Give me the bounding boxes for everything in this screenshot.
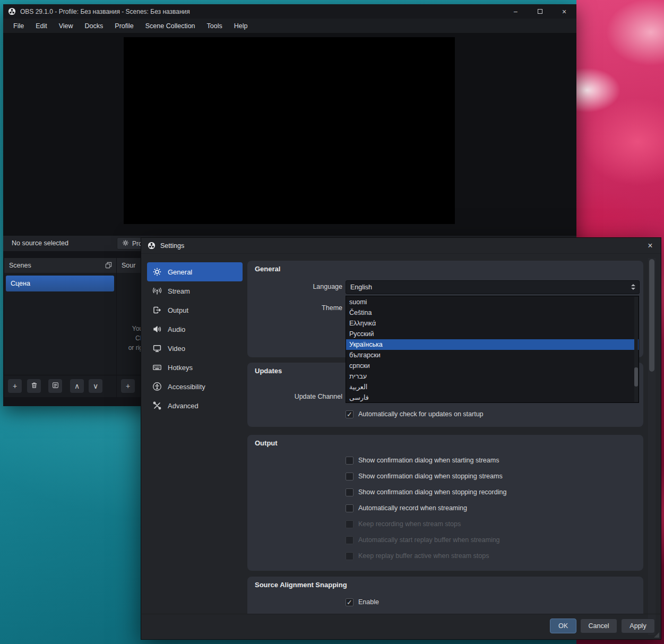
update-channel-label: Update Channel xyxy=(247,393,342,400)
language-option[interactable]: العربية xyxy=(346,382,639,392)
crossed-tools-icon xyxy=(152,401,162,410)
apply-button[interactable]: Apply xyxy=(621,619,655,633)
settings-close-button[interactable]: × xyxy=(643,239,657,252)
add-source-button[interactable]: + xyxy=(121,379,135,393)
sources-empty-line: Cli xyxy=(120,333,143,343)
confirm-stop-recording-row[interactable]: Show confirmation dialog when stopping r… xyxy=(346,487,506,497)
remove-scene-button[interactable] xyxy=(27,379,41,393)
auto-update-check-label: Automatically check for updates on start… xyxy=(358,410,484,418)
auto-record-row[interactable]: Automatically record when streaming xyxy=(346,503,467,513)
sidebar-item-label: Advanced xyxy=(168,402,199,410)
language-option[interactable]: српски xyxy=(346,360,639,371)
sidebar-item-video[interactable]: Video xyxy=(147,339,243,358)
settings-scrollbar-thumb[interactable] xyxy=(649,259,654,372)
settings-sidebar: General Stream Output Audio Video Hotkey… xyxy=(147,262,243,415)
option-label: Keep replay buffer active when stream st… xyxy=(358,552,489,560)
menu-docks[interactable]: Docks xyxy=(79,19,109,33)
scene-filters-button[interactable] xyxy=(48,379,62,393)
sidebar-item-label: Stream xyxy=(168,287,190,295)
export-icon xyxy=(152,305,162,315)
trash-icon xyxy=(30,381,38,391)
checkbox-checked: ✓ xyxy=(346,598,353,606)
sidebar-item-general[interactable]: General xyxy=(147,262,243,281)
context-status-text: No source selected xyxy=(12,239,68,247)
language-combobox-value: English xyxy=(350,284,372,291)
option-label: Show confirmation dialog when starting s… xyxy=(358,457,499,464)
cancel-button[interactable]: Cancel xyxy=(580,619,617,633)
language-option[interactable]: فارسی xyxy=(346,392,639,403)
language-option[interactable]: Русский xyxy=(346,329,639,339)
language-option-highlighted[interactable]: Українська xyxy=(346,339,639,350)
sidebar-item-accessibility[interactable]: Accessibility xyxy=(147,377,243,396)
menu-view[interactable]: View xyxy=(53,19,79,33)
sidebar-item-hotkeys[interactable]: Hotkeys xyxy=(147,358,243,377)
language-option[interactable]: suomi xyxy=(346,297,639,307)
close-button[interactable]: × xyxy=(552,4,576,19)
option-label: Automatically record when streaming xyxy=(358,504,467,512)
move-scene-up-button[interactable]: ∧ xyxy=(70,379,84,393)
chevron-up-icon: ∧ xyxy=(74,382,80,390)
button-row-separator xyxy=(142,614,661,614)
sidebar-item-label: Output xyxy=(168,306,188,314)
sidebar-item-label: Video xyxy=(168,345,185,353)
popup-scrollbar[interactable] xyxy=(634,297,638,402)
speaker-icon xyxy=(152,324,162,334)
obs-logo-icon xyxy=(148,242,156,250)
menu-edit[interactable]: Edit xyxy=(30,19,53,33)
sidebar-item-stream[interactable]: Stream xyxy=(147,281,243,300)
scenes-dock-title: Scenes xyxy=(9,262,31,269)
checkbox-unchecked xyxy=(346,488,353,496)
minimize-button[interactable]: − xyxy=(503,4,528,19)
monitor-icon xyxy=(152,344,162,353)
sidebar-item-audio[interactable]: Audio xyxy=(147,320,243,339)
checkbox-unchecked xyxy=(346,457,353,465)
option-label: Show confirmation dialog when stopping r… xyxy=(358,488,506,496)
menu-tools[interactable]: Tools xyxy=(201,19,228,33)
gear-icon xyxy=(152,267,162,277)
popup-scrollbar-thumb[interactable] xyxy=(634,367,638,387)
confirm-start-stream-row[interactable]: Show confirmation dialog when starting s… xyxy=(346,456,499,465)
filters-icon xyxy=(51,381,59,391)
checkbox-disabled xyxy=(346,536,353,544)
checkbox-disabled xyxy=(346,520,353,528)
combobox-arrows-icon xyxy=(631,284,635,290)
maximize-icon xyxy=(538,9,542,14)
ok-button[interactable]: OK xyxy=(550,619,576,633)
language-option[interactable]: Ελληνικά xyxy=(346,318,639,329)
menu-help[interactable]: Help xyxy=(228,19,254,33)
language-combobox[interactable]: English xyxy=(346,280,640,294)
move-scene-down-button[interactable]: ∨ xyxy=(89,379,102,393)
keep-recording-row: Keep recording when stream stops xyxy=(346,519,461,529)
obs-window-title: OBS 29.1.0 - Profile: Без названия - Sce… xyxy=(20,8,190,15)
snapping-enable-row[interactable]: ✓ Enable xyxy=(346,597,379,607)
auto-update-check-row[interactable]: ✓ Automatically check for updates on sta… xyxy=(346,409,484,419)
language-option[interactable]: עברית xyxy=(346,371,639,382)
sources-empty-line: You xyxy=(120,324,143,333)
maximize-button[interactable] xyxy=(528,4,552,19)
language-option[interactable]: Čeština xyxy=(346,307,639,318)
preview-canvas xyxy=(124,37,455,224)
resize-grip[interactable] xyxy=(654,632,659,638)
checkbox-disabled xyxy=(346,552,353,560)
add-scene-button[interactable]: + xyxy=(8,379,22,393)
menu-scene-collection[interactable]: Scene Collection xyxy=(140,19,201,33)
confirm-stop-stream-row[interactable]: Show confirmation dialog when stopping s… xyxy=(346,471,503,481)
check-icon: ✓ xyxy=(347,598,352,606)
auto-replay-buffer-row: Automatically start replay buffer when s… xyxy=(346,535,500,545)
theme-label: Theme xyxy=(247,304,342,312)
minimize-icon: − xyxy=(513,7,518,16)
sources-dock-title: Sour xyxy=(122,262,135,269)
menu-profile[interactable]: Profile xyxy=(109,19,139,33)
settings-scrollbar[interactable] xyxy=(648,258,656,635)
scene-item[interactable]: Сцена xyxy=(6,276,114,291)
sidebar-item-output[interactable]: Output xyxy=(147,300,243,320)
menu-bar: File Edit View Docks Profile Scene Colle… xyxy=(3,19,576,33)
scene-item-label: Сцена xyxy=(11,280,30,287)
option-label: Keep recording when stream stops xyxy=(358,520,461,528)
menu-file[interactable]: File xyxy=(7,19,30,33)
snapping-groupbox: Source Alignment Snapping ✓ Enable xyxy=(247,577,643,614)
sidebar-item-advanced[interactable]: Advanced xyxy=(147,396,243,415)
language-option[interactable]: български xyxy=(346,350,639,360)
gear-icon xyxy=(122,239,129,248)
dock-popout-icon[interactable] xyxy=(105,261,113,271)
